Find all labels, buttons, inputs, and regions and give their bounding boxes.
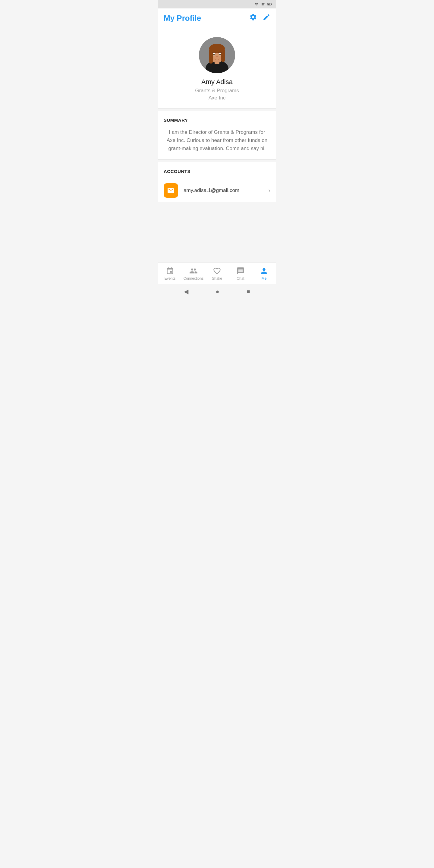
divider-1 <box>158 108 276 108</box>
svg-point-17 <box>213 54 215 56</box>
svg-rect-3 <box>264 3 265 6</box>
summary-title: SUMMARY <box>164 118 270 123</box>
account-row[interactable]: amy.adisa.1@gmail.com › <box>158 179 276 202</box>
nav-item-connections[interactable]: Connections <box>182 267 205 281</box>
nav-item-events[interactable]: Events <box>158 267 182 281</box>
me-label: Me <box>261 276 267 281</box>
avatar <box>199 37 235 73</box>
header-actions <box>249 13 270 23</box>
top-bar: My Profile <box>158 8 276 28</box>
home-button[interactable]: ● <box>216 288 219 295</box>
divider-2 <box>158 159 276 160</box>
signal-icon <box>261 2 266 6</box>
nav-item-chat[interactable]: Chat <box>229 267 252 281</box>
shake-icon <box>213 267 221 275</box>
page-title: My Profile <box>164 13 201 23</box>
pencil-icon <box>262 13 270 21</box>
me-icon <box>260 267 268 275</box>
avatar-image <box>199 37 235 73</box>
summary-content: I am the Director of Grants & Programs f… <box>164 128 270 153</box>
gear-icon <box>249 13 257 21</box>
svg-rect-13 <box>209 49 213 64</box>
summary-section: SUMMARY I am the Director of Grants & Pr… <box>158 111 276 159</box>
events-label: Events <box>164 276 176 281</box>
events-icon <box>166 267 174 275</box>
edit-button[interactable] <box>262 13 270 23</box>
account-email: amy.adisa.1@gmail.com <box>184 187 268 193</box>
status-bar <box>158 0 276 8</box>
back-button[interactable]: ◀ <box>184 288 188 295</box>
svg-rect-2 <box>263 4 264 5</box>
email-icon <box>167 187 175 194</box>
svg-point-18 <box>219 54 221 56</box>
chat-icon <box>236 267 245 275</box>
recent-button[interactable]: ■ <box>247 288 250 295</box>
accounts-title: ACCOUNTS <box>158 169 276 174</box>
svg-rect-0 <box>261 4 262 5</box>
wifi-icon <box>254 2 259 6</box>
nav-item-me[interactable]: Me <box>252 267 276 281</box>
battery-icon <box>267 2 272 6</box>
connections-icon <box>189 267 198 275</box>
chevron-right-icon: › <box>268 187 270 194</box>
empty-space <box>158 202 276 262</box>
svg-rect-6 <box>268 4 269 5</box>
bottom-nav: Events Connections Shake Chat Me <box>158 262 276 284</box>
svg-rect-5 <box>272 4 272 4</box>
accounts-section: ACCOUNTS amy.adisa.1@gmail.com › <box>158 162 276 202</box>
system-nav: ◀ ● ■ <box>158 284 276 299</box>
settings-button[interactable] <box>249 13 257 23</box>
svg-rect-1 <box>262 4 263 6</box>
email-icon-wrapper <box>164 183 178 198</box>
shake-label: Shake <box>212 276 222 281</box>
profile-section: Amy Adisa Grants & Programs Axe Inc <box>158 28 276 108</box>
profile-name: Amy Adisa <box>201 78 233 86</box>
chat-label: Chat <box>237 276 244 281</box>
connections-label: Connections <box>184 276 204 281</box>
svg-rect-14 <box>221 49 225 62</box>
nav-item-shake[interactable]: Shake <box>205 267 229 281</box>
profile-company: Axe Inc <box>209 95 226 101</box>
profile-role: Grants & Programs <box>195 88 239 94</box>
